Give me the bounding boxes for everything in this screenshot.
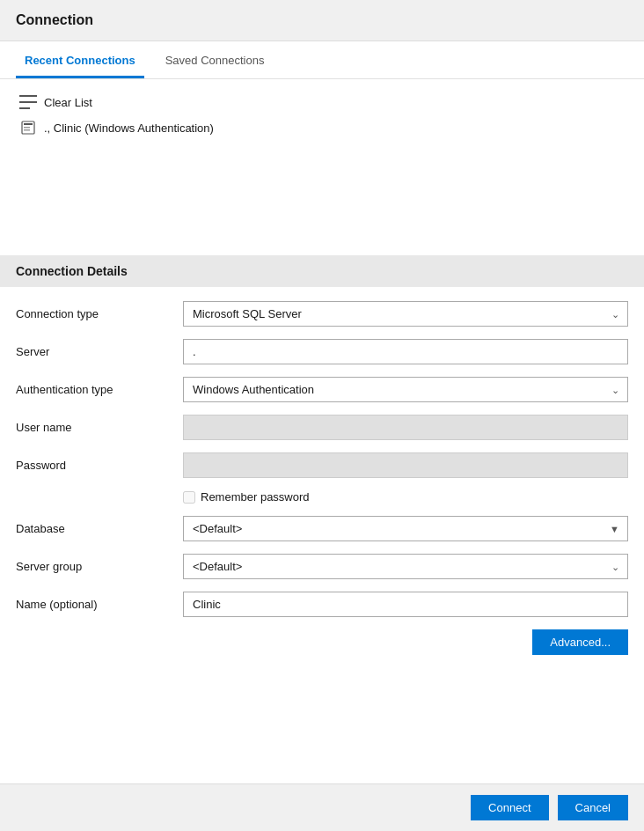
connection-item-label: ., Clinic (Windows Authentication) xyxy=(44,121,214,135)
tabs-bar: Recent Connections Saved Connections xyxy=(0,41,644,79)
remember-password-checkbox[interactable] xyxy=(183,491,195,504)
svg-rect-3 xyxy=(24,129,30,131)
svg-rect-1 xyxy=(24,123,33,125)
cancel-button[interactable]: Cancel xyxy=(558,795,628,820)
name-input[interactable] xyxy=(183,592,628,617)
database-control: <Default> ▼ xyxy=(183,516,628,541)
form-area: Connection type Microsoft SQL Server ⌄ S… xyxy=(0,287,644,678)
clear-list-button[interactable]: Clear List xyxy=(16,90,628,114)
connection-type-control: Microsoft SQL Server ⌄ xyxy=(183,301,628,327)
password-control xyxy=(183,452,628,478)
tab-saved[interactable]: Saved Connections xyxy=(157,41,274,78)
form-row-username: User name xyxy=(16,415,628,440)
tab-recent[interactable]: Recent Connections xyxy=(16,41,144,78)
auth-type-control: Windows Authentication ⌄ xyxy=(183,377,628,402)
clear-list-label: Clear List xyxy=(44,96,92,109)
dialog-title: Connection xyxy=(0,0,644,41)
server-group-select[interactable]: <Default> xyxy=(183,554,628,579)
remember-password-row: Remember password xyxy=(16,490,628,504)
form-row-server-group: Server group <Default> ⌄ xyxy=(16,554,628,579)
form-row-server: Server xyxy=(16,339,628,364)
clear-icon xyxy=(19,95,37,109)
database-select[interactable]: <Default> xyxy=(183,516,628,541)
name-label: Name (optional) xyxy=(16,598,183,611)
username-control xyxy=(183,415,628,440)
server-control xyxy=(183,339,628,364)
username-input xyxy=(183,415,628,440)
auth-type-label: Authentication type xyxy=(16,383,183,396)
server-group-label: Server group xyxy=(16,560,183,573)
connect-button[interactable]: Connect xyxy=(471,795,548,820)
connection-type-label: Connection type xyxy=(16,307,183,320)
database-label: Database xyxy=(16,522,183,535)
server-label: Server xyxy=(16,345,183,358)
section-header-details: Connection Details xyxy=(0,255,644,287)
server-input[interactable] xyxy=(183,339,628,364)
form-row-connection-type: Connection type Microsoft SQL Server ⌄ xyxy=(16,301,628,327)
name-control xyxy=(183,592,628,617)
advanced-row: Advanced... xyxy=(16,629,628,655)
form-row-database: Database <Default> ▼ xyxy=(16,516,628,541)
footer-bar: Connect Cancel xyxy=(0,783,644,831)
password-label: Password xyxy=(16,459,183,472)
remember-password-label: Remember password xyxy=(201,490,310,504)
database-icon xyxy=(19,120,37,136)
auth-type-select[interactable]: Windows Authentication xyxy=(183,377,628,402)
form-row-name: Name (optional) xyxy=(16,592,628,617)
connections-area: Clear List ., Clinic (Windows Authentica… xyxy=(0,79,644,255)
list-item[interactable]: ., Clinic (Windows Authentication) xyxy=(16,114,628,141)
advanced-button[interactable]: Advanced... xyxy=(532,629,628,655)
form-row-auth-type: Authentication type Windows Authenticati… xyxy=(16,377,628,402)
password-input xyxy=(183,452,628,478)
svg-rect-2 xyxy=(24,127,30,129)
server-group-control: <Default> ⌄ xyxy=(183,554,628,579)
username-label: User name xyxy=(16,421,183,434)
connection-type-select[interactable]: Microsoft SQL Server xyxy=(183,301,628,327)
form-row-password: Password xyxy=(16,452,628,478)
